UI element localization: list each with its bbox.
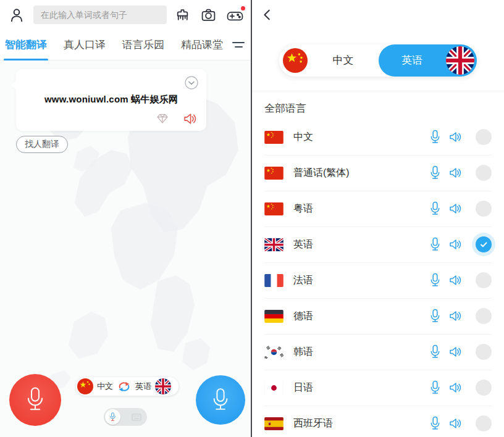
search-input[interactable] xyxy=(33,6,167,24)
china-flag-icon xyxy=(283,48,308,73)
mic-icon[interactable] xyxy=(429,344,441,360)
language-label: 韩语 xyxy=(293,346,429,359)
tab-smart-translate[interactable]: 智能翻译 xyxy=(5,30,47,60)
segment-english-label: 英语 xyxy=(379,53,446,67)
radio-selected[interactable] xyxy=(476,236,492,252)
language-row[interactable]: 西班牙语 xyxy=(252,406,504,437)
fr-flag-icon xyxy=(264,274,284,287)
language-label: 中文 xyxy=(293,131,429,144)
radio-unselected[interactable] xyxy=(476,201,492,217)
uk-flag-icon xyxy=(155,378,171,394)
mic-icon[interactable] xyxy=(429,416,441,431)
language-list: 中文 普通话(繁体) 粤语 英语 法语 德语 韩语 xyxy=(252,119,504,437)
speaker-icon[interactable] xyxy=(449,131,461,143)
radio-unselected[interactable] xyxy=(476,272,492,288)
language-row[interactable]: 韩语 xyxy=(252,334,504,370)
back-icon[interactable] xyxy=(261,8,274,22)
header-icons xyxy=(175,7,243,23)
radio-unselected[interactable] xyxy=(476,415,492,431)
mic-icon[interactable] xyxy=(429,130,441,145)
segment-chinese-label: 中文 xyxy=(308,53,379,67)
speaker-icon[interactable] xyxy=(449,310,461,322)
es-flag-icon xyxy=(264,417,284,430)
find-translator-button[interactable]: 找人翻译 xyxy=(16,136,68,153)
cn-flag-icon xyxy=(264,131,284,144)
language-label: 西班牙语 xyxy=(293,417,429,430)
speaker-icon[interactable] xyxy=(183,113,196,125)
tab-language-park[interactable]: 语言乐园 xyxy=(122,30,164,60)
keyboard-icon xyxy=(132,412,141,423)
speaker-icon[interactable] xyxy=(449,167,461,178)
radio-unselected[interactable] xyxy=(476,165,492,181)
cn-flag-icon xyxy=(264,167,284,180)
language-row[interactable]: 中文 xyxy=(252,119,504,155)
notification-dot xyxy=(241,6,245,10)
language-label: 粤语 xyxy=(293,202,429,215)
mic-mode-knob xyxy=(105,409,120,425)
radio-unselected[interactable] xyxy=(476,380,492,396)
translation-content-area: www.woniuwl.com 蜗牛娱乐网 找人翻译 xyxy=(0,60,251,437)
record-target-mic-button[interactable] xyxy=(196,375,245,425)
more-menu-icon[interactable] xyxy=(232,42,245,48)
speaker-icon[interactable] xyxy=(449,239,461,250)
diamond-icon[interactable] xyxy=(156,112,169,125)
china-flag-icon xyxy=(77,378,93,394)
language-label: 日语 xyxy=(293,381,429,394)
record-source-mic-button[interactable] xyxy=(9,374,61,426)
segment-english[interactable]: 英语 xyxy=(379,44,477,77)
camera-icon[interactable] xyxy=(201,7,216,23)
input-mode-toggle[interactable] xyxy=(104,408,147,426)
target-language-label: 英语 xyxy=(135,381,151,392)
language-pair-selector: 中文 英语 xyxy=(279,44,477,77)
speaker-icon[interactable] xyxy=(449,382,461,393)
main-translation-panel: 智能翻译 真人口译 语言乐园 精品课堂 xyxy=(0,0,251,437)
watermark-text: www.woniuwl.com 蜗牛娱乐网 xyxy=(44,94,178,106)
language-row[interactable]: 粤语 xyxy=(252,191,504,227)
cn-flag-icon xyxy=(264,202,284,215)
language-selection-panel: 中文 英语 全部语言 中 xyxy=(252,0,504,437)
mic-icon[interactable] xyxy=(429,380,441,396)
language-row[interactable]: 英语 xyxy=(252,227,504,262)
radio-unselected[interactable] xyxy=(476,129,492,145)
kr-flag-icon xyxy=(264,346,284,359)
language-label: 法语 xyxy=(293,274,429,287)
tab-bar: 智能翻译 真人口译 语言乐园 精品课堂 xyxy=(0,30,251,60)
tab-premium-courses[interactable]: 精品课堂 xyxy=(181,30,223,60)
all-languages-heading: 全部语言 xyxy=(264,101,504,115)
radio-unselected[interactable] xyxy=(476,308,492,324)
uk-flag-icon xyxy=(446,46,474,75)
brush-icon[interactable] xyxy=(175,7,190,23)
mic-icon[interactable] xyxy=(429,201,441,217)
language-pair-selector-section: 中文 英语 xyxy=(252,30,504,91)
speaker-icon[interactable] xyxy=(449,346,461,357)
translation-card: www.woniuwl.com 蜗牛娱乐网 xyxy=(16,69,206,131)
swap-languages-icon[interactable] xyxy=(117,380,132,393)
language-switcher[interactable]: 中文 英语 xyxy=(76,377,178,396)
radio-unselected[interactable] xyxy=(476,344,492,360)
segment-chinese[interactable]: 中文 xyxy=(279,44,379,77)
jp-flag-icon xyxy=(264,381,284,394)
source-language-label: 中文 xyxy=(97,381,113,392)
mic-icon[interactable] xyxy=(429,273,441,288)
speaker-icon[interactable] xyxy=(449,275,461,286)
language-row[interactable]: 法语 xyxy=(252,262,504,298)
card-actions xyxy=(156,112,196,125)
gb-flag-icon xyxy=(264,238,284,251)
left-top-bar xyxy=(0,0,251,30)
language-label: 德语 xyxy=(293,310,429,323)
language-row[interactable]: 普通话(繁体) xyxy=(252,155,504,191)
speaker-icon[interactable] xyxy=(449,418,461,429)
language-row[interactable]: 日语 xyxy=(252,370,504,406)
mic-icon[interactable] xyxy=(429,309,441,324)
language-label: 英语 xyxy=(293,238,429,251)
collapse-chevron-icon[interactable] xyxy=(184,75,199,90)
language-row[interactable]: 德语 xyxy=(252,298,504,334)
tab-human-interpreter[interactable]: 真人口译 xyxy=(64,30,106,60)
user-icon[interactable] xyxy=(9,7,25,23)
mic-icon[interactable] xyxy=(429,237,441,252)
speaker-icon[interactable] xyxy=(449,203,461,214)
translator-app: 智能翻译 真人口译 语言乐园 精品课堂 xyxy=(0,0,504,437)
right-top-bar xyxy=(252,0,504,30)
gamepad-icon[interactable] xyxy=(227,7,243,23)
mic-icon[interactable] xyxy=(429,165,441,181)
